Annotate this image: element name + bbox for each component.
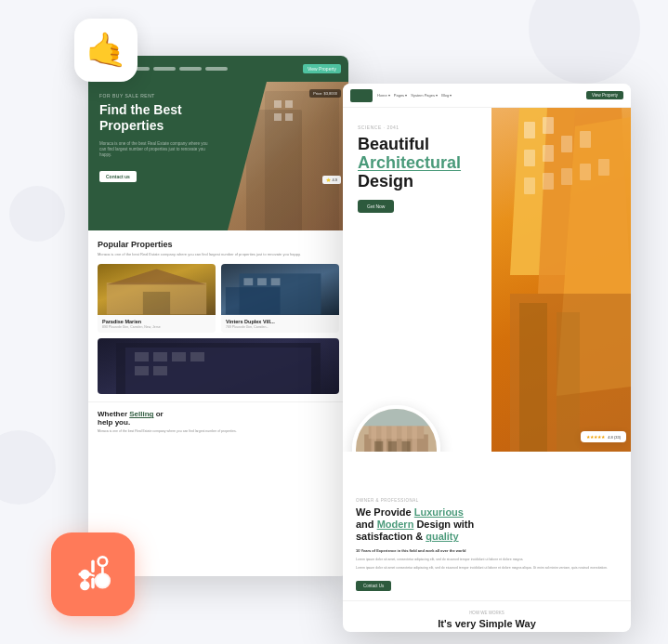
bg-decoration-1 — [529, 0, 640, 84]
right-nav-link-4: Blog ▾ — [441, 93, 452, 98]
svg-rect-38 — [543, 173, 554, 190]
right-hero-area: SCIENCE · 2041 Beautiful Architectural D… — [343, 108, 631, 452]
luxury-experience: 10 Years of Experience in this field and… — [356, 548, 618, 554]
right-nav-link-1: Home ▾ — [377, 93, 390, 98]
svg-rect-17 — [243, 278, 253, 285]
nav-link-2 — [153, 67, 176, 71]
building-blocks-bg — [491, 108, 631, 452]
luxury-title: We Provide Luxurious and Modern Design w… — [356, 506, 618, 544]
hero-accent-text: Architectural — [358, 153, 461, 172]
hubspot-logo-icon — [69, 550, 117, 598]
svg-rect-34 — [543, 145, 554, 162]
svg-rect-55 — [401, 441, 410, 452]
svg-rect-32 — [543, 117, 554, 134]
svg-rect-53 — [374, 441, 383, 452]
bg-decoration-2 — [0, 430, 56, 505]
building-rating: ★★★★★ 4.8 (33) — [581, 431, 626, 442]
svg-rect-24 — [172, 352, 186, 361]
properties-grid: Paradise Marien 890 Plourode Gim, Camden… — [98, 264, 339, 333]
luxury-accent-2: Modern — [377, 519, 414, 530]
property-name-2: Vinters Duplex Vill... — [226, 319, 334, 324]
circular-building-image — [352, 405, 440, 452]
svg-point-6 — [80, 581, 89, 590]
right-hero-title: Beautiful Architectural Design — [358, 136, 477, 191]
svg-rect-25 — [190, 352, 204, 361]
right-nav-link-2: Pages ▾ — [394, 93, 407, 98]
why-section: Whether Selling or help you. Moraca is o… — [88, 401, 348, 441]
property-card-1: Paradise Marien 890 Plourode Gim, Camden… — [98, 264, 216, 333]
svg-rect-44 — [557, 312, 580, 452]
hero-description: Moraca is one of the best Real Estate co… — [99, 141, 211, 159]
svg-rect-39 — [561, 168, 572, 185]
why-description: Moraca is one of the best Real Estate co… — [98, 429, 339, 434]
svg-rect-10 — [91, 559, 94, 572]
svg-rect-57 — [356, 409, 437, 426]
svg-rect-37 — [524, 177, 535, 194]
right-nav-link-3: System Pages ▾ — [411, 93, 438, 98]
property-image-1 — [98, 264, 216, 315]
svg-rect-40 — [580, 164, 591, 180]
property-detail-2: 789 Plourode Gim, Camden... — [226, 325, 334, 329]
properties-desc: Moraca is one of the best Real Estate co… — [98, 252, 339, 256]
why-building-image — [98, 338, 339, 394]
property-detail-1: 890 Plourode Gim, Camden, New, Jerse — [102, 325, 211, 329]
simple-label: HOW WE WORKS — [356, 611, 618, 615]
svg-rect-31 — [524, 122, 535, 138]
left-hero: FOR BUY SALE RENT Find the Best Properti… — [88, 82, 348, 230]
svg-rect-9 — [78, 572, 91, 575]
why-building-svg — [98, 338, 339, 394]
luxury-accent-1: Luxurious — [414, 506, 464, 518]
hero-cta-button[interactable]: Contact us — [99, 171, 137, 182]
svg-rect-36 — [580, 131, 591, 148]
svg-rect-16 — [226, 287, 281, 314]
luxury-cta-button[interactable]: Contact Us — [356, 581, 391, 591]
right-nav: Home ▾ Pages ▾ System Pages ▾ Blog ▾ Vie… — [343, 84, 631, 108]
luxury-label: OWNER & PROFESSIONAL — [356, 498, 618, 503]
svg-rect-54 — [388, 441, 397, 452]
property-info-1: Paradise Marien 890 Plourode Gim, Camden… — [98, 315, 216, 333]
svg-rect-41 — [598, 159, 609, 176]
nav-link-4 — [205, 67, 228, 71]
svg-rect-22 — [135, 352, 149, 361]
nav-link-3 — [179, 67, 202, 71]
svg-point-1 — [99, 559, 106, 565]
svg-marker-13 — [107, 269, 206, 285]
left-nav-links — [127, 67, 297, 71]
property-info-2: Vinters Duplex Vill... 789 Plourode Gim,… — [221, 315, 339, 333]
right-nav-cta-button[interactable]: View Property — [586, 91, 623, 99]
price-badge: Price: $3,8000 — [309, 89, 341, 98]
property-house-svg-1 — [98, 264, 216, 315]
app-icon-top[interactable]: 🤙 — [74, 19, 138, 82]
svg-rect-11 — [91, 577, 94, 588]
right-hero-cta-button[interactable]: Get Now — [358, 200, 394, 213]
right-nav-logo — [350, 89, 373, 102]
property-name-1: Paradise Marien — [102, 319, 211, 324]
property-image-2 — [221, 264, 339, 315]
stars-icon: ★★★★★ — [586, 434, 605, 440]
svg-rect-27 — [153, 366, 167, 375]
left-nav-cta-button[interactable]: View Property — [303, 64, 341, 73]
right-building-photo: ★★★★★ 4.8 (33) — [491, 108, 631, 452]
svg-rect-18 — [257, 278, 267, 285]
svg-rect-14 — [143, 292, 170, 314]
luxury-description-2: Lorem ipsum dolor sit amet consectetur a… — [356, 566, 618, 571]
why-highlight: Selling — [129, 410, 153, 418]
luxury-description: Lorem ipsum dolor sit amet, consectetur … — [356, 558, 618, 562]
properties-section: Popular Properties Moraca is one of the … — [88, 230, 348, 338]
svg-rect-33 — [524, 150, 535, 166]
why-title: Whether Selling or help you. — [98, 410, 339, 427]
hand-emoji-icon: 🤙 — [85, 31, 127, 70]
svg-rect-35 — [561, 136, 572, 152]
right-hero-text: SCIENCE · 2041 Beautiful Architectural D… — [343, 108, 491, 229]
svg-rect-52 — [412, 426, 416, 452]
properties-title: Popular Properties — [98, 240, 339, 249]
luxury-accent-3: quality — [426, 531, 458, 542]
right-mockup: Home ▾ Pages ▾ System Pages ▾ Blog ▾ Vie… — [343, 84, 631, 632]
app-icon-hubspot[interactable] — [51, 532, 135, 616]
svg-rect-23 — [153, 352, 167, 361]
simple-way-section: HOW WE WORKS It's very Simple Way Moraca… — [343, 600, 631, 632]
svg-rect-26 — [135, 366, 149, 375]
right-hero-label: SCIENCE · 2041 — [358, 125, 477, 130]
right-nav-links: Home ▾ Pages ▾ System Pages ▾ Blog ▾ — [377, 93, 582, 98]
left-mockup: View Property FOR BUY SALE RENT Find the… — [88, 56, 348, 576]
